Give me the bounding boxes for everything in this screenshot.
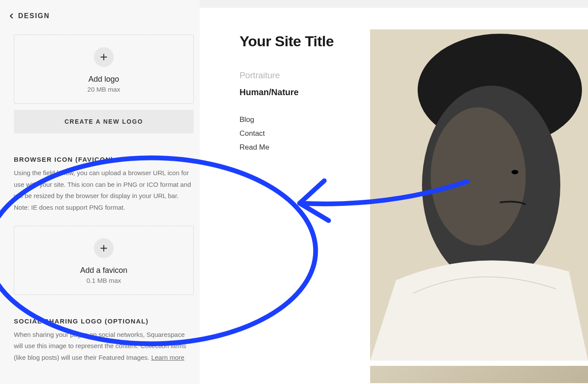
preview-image [370, 29, 588, 361]
svg-point-8 [511, 170, 518, 174]
plus-icon [94, 47, 114, 67]
create-logo-button[interactable]: CREATE A NEW LOGO [14, 110, 194, 133]
site-preview: Your Site Title Portraiture Human/Nature… [200, 8, 588, 384]
svg-point-7 [431, 107, 526, 246]
nav-read-me[interactable]: Read Me [240, 143, 370, 152]
nav-blog[interactable]: Blog [240, 115, 370, 124]
preview-image-2 [370, 366, 588, 383]
favicon-section-desc: Using the field below, you can upload a … [14, 167, 194, 214]
learn-more-link[interactable]: Learn more [151, 354, 185, 361]
nav-portraiture[interactable]: Portraiture [240, 70, 370, 80]
social-section-desc: When sharing your pages on social networ… [14, 329, 194, 364]
add-logo-label: Add logo [88, 75, 119, 84]
add-logo-dropzone[interactable]: Add logo 20 MB max [14, 35, 194, 104]
plus-icon [94, 238, 114, 258]
nav-human-nature[interactable]: Human/Nature [240, 87, 370, 97]
design-sidebar: DESIGN Add logo 20 MB max CREATE A NEW L… [0, 0, 200, 384]
add-favicon-dropzone[interactable]: Add a favicon 0.1 MB max [14, 226, 194, 295]
nav-contact[interactable]: Contact [240, 129, 370, 138]
site-title: Your Site Title [240, 33, 370, 50]
social-section-title: SOCIAL SHARING LOGO (OPTIONAL) [14, 317, 194, 325]
back-to-design[interactable]: DESIGN [8, 12, 186, 20]
favicon-section-title: BROWSER ICON (FAVICON) [14, 156, 194, 163]
add-favicon-sub: 0.1 MB max [86, 277, 121, 284]
create-logo-label: CREATE A NEW LOGO [64, 118, 143, 125]
sidebar-title: DESIGN [18, 12, 50, 20]
add-logo-sub: 20 MB max [87, 86, 120, 93]
chevron-left-icon [8, 12, 16, 20]
add-favicon-label: Add a favicon [80, 266, 127, 275]
